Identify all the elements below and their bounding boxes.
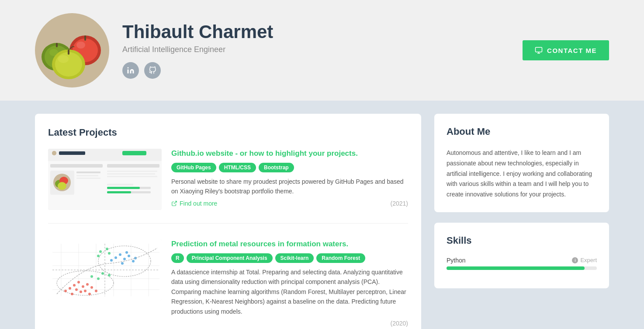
svg-point-77	[80, 290, 82, 293]
svg-point-56	[114, 256, 117, 259]
project-item: Github.io website - or how to highlight …	[48, 149, 408, 224]
svg-rect-12	[68, 49, 69, 55]
svg-rect-8	[84, 35, 86, 41]
svg-point-61	[121, 262, 124, 265]
tag-bootstrap: Bootstrap	[259, 163, 294, 172]
about-card: About Me Autonomous and attentive, I lik…	[434, 114, 609, 212]
svg-point-85	[108, 274, 111, 276]
svg-point-10	[55, 52, 82, 77]
svg-rect-28	[76, 172, 100, 173]
project-year-1: (2021)	[391, 200, 408, 207]
about-text: Autonomous and attentive, I like to lear…	[447, 148, 597, 200]
header: Thibault Charmet Artificial Intelligence…	[0, 0, 644, 101]
tag-sklearn: Scikit-learn	[275, 253, 314, 263]
github-button[interactable]	[144, 62, 161, 79]
contact-me-button[interactable]: CONTACT ME	[523, 40, 609, 60]
skills-card: Skills Python i Expert	[434, 223, 609, 288]
project-tags-1: GitHub Pages HTML/CSS Bootstrap	[171, 163, 408, 172]
svg-point-7	[76, 42, 85, 49]
skill-name-python: Python	[447, 257, 466, 264]
right-panel: About Me Autonomous and attentive, I lik…	[434, 114, 609, 329]
skill-bar-fill-python	[447, 266, 585, 270]
svg-point-72	[69, 287, 71, 290]
svg-point-58	[123, 258, 126, 260]
svg-point-73	[86, 283, 89, 286]
linkedin-button[interactable]	[122, 62, 139, 79]
svg-rect-14	[536, 47, 542, 52]
svg-line-40	[174, 201, 177, 204]
svg-point-68	[108, 252, 111, 255]
project-year-2: (2020)	[391, 320, 408, 327]
tag-r: R	[171, 253, 184, 263]
svg-point-11	[58, 55, 69, 63]
svg-rect-21	[50, 164, 103, 168]
project-tags-2: R Principal Component Analysis Scikit-le…	[171, 253, 408, 263]
svg-point-78	[84, 290, 87, 292]
svg-point-13	[128, 67, 129, 68]
svg-point-57	[119, 253, 121, 256]
svg-point-79	[71, 293, 73, 295]
find-out-more-link-1[interactable]: Find out more	[171, 200, 217, 207]
svg-point-27	[58, 182, 66, 190]
svg-rect-32	[107, 171, 157, 172]
tag-html-css: HTML/CSS	[219, 163, 256, 172]
svg-point-71	[82, 285, 84, 288]
skill-level-python: i Expert	[572, 257, 597, 264]
project-title-2: Prediction of metal resources in formati…	[171, 239, 408, 249]
main-content: Latest Projects	[0, 101, 644, 329]
svg-point-18	[52, 151, 56, 155]
svg-rect-19	[59, 151, 85, 155]
svg-rect-4	[56, 43, 58, 47]
svg-point-81	[95, 290, 97, 292]
svg-point-76	[75, 288, 78, 291]
svg-rect-35	[107, 184, 133, 186]
svg-point-82	[90, 275, 93, 278]
page-title: Thibault Charmet	[122, 22, 609, 42]
svg-rect-34	[107, 176, 157, 177]
svg-point-62	[125, 251, 128, 254]
project-title-1: Github.io website - or how to highlight …	[171, 149, 408, 158]
info-icon: i	[572, 257, 578, 263]
project-thumbnail-1	[48, 149, 162, 210]
svg-point-67	[97, 255, 100, 257]
svg-rect-33	[107, 173, 155, 175]
tag-rf: Random Forest	[316, 253, 365, 263]
svg-rect-30	[76, 178, 100, 179]
projects-panel: Latest Projects	[35, 114, 421, 329]
about-title: About Me	[447, 126, 597, 137]
social-links	[122, 62, 609, 79]
svg-rect-29	[76, 175, 98, 176]
svg-rect-20	[122, 151, 146, 155]
svg-point-64	[110, 259, 113, 262]
avatar	[35, 13, 109, 88]
tag-pca: Principal Component Analysis	[187, 253, 273, 263]
project-desc-1: Personal website to share my proudest pr…	[171, 177, 408, 196]
svg-point-75	[64, 290, 67, 292]
projects-title: Latest Projects	[48, 127, 408, 138]
svg-point-80	[88, 293, 91, 295]
project-content-1: Github.io website - or how to highlight …	[171, 149, 408, 210]
svg-point-70	[77, 281, 80, 284]
project-content-2: Prediction of metal resources in formati…	[171, 239, 408, 327]
project-footer-1: Find out more (2021)	[171, 200, 408, 207]
svg-rect-37	[107, 187, 140, 189]
svg-point-66	[106, 248, 108, 250]
project-item-2: Prediction of metal resources in formati…	[48, 239, 408, 329]
svg-point-60	[132, 260, 135, 262]
svg-point-74	[90, 286, 93, 289]
svg-rect-31	[107, 164, 159, 168]
skills-title: Skills	[447, 235, 597, 246]
skill-bar-bg-python	[447, 266, 597, 270]
svg-point-83	[97, 277, 100, 280]
svg-rect-39	[107, 191, 131, 193]
tag-github-pages: GitHub Pages	[171, 163, 216, 172]
project-thumbnail-2	[48, 239, 162, 301]
svg-point-65	[99, 250, 102, 253]
skill-row-python: Python i Expert	[447, 257, 597, 270]
skill-header-python: Python i Expert	[447, 257, 597, 264]
project-footer-2: (2020)	[171, 320, 408, 327]
svg-point-69	[73, 284, 76, 287]
svg-point-84	[101, 272, 104, 275]
svg-point-59	[128, 255, 130, 257]
project-desc-2: A datascience internship at Total. Prepa…	[171, 267, 408, 316]
